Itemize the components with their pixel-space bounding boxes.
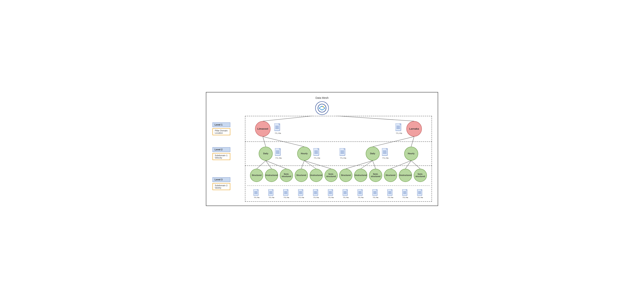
- level1-content: Limassol TTL File: [247, 119, 430, 138]
- l3-ttl3: TTL File: [283, 189, 290, 198]
- node-unstructured1[interactable]: Unstructured: [265, 169, 278, 182]
- node-structured1[interactable]: Structured: [250, 169, 263, 182]
- l3-ttl10: TTL File: [388, 189, 394, 198]
- l2-hourly1-group: Hourly TTL File: [297, 147, 320, 161]
- node-larnaka[interactable]: Larnaka: [406, 121, 422, 136]
- l1-limassol-pair: Limassol TTL File: [255, 121, 281, 136]
- node-structured3[interactable]: Structured: [339, 169, 352, 182]
- l2-ttl3: TTL File: [382, 148, 389, 159]
- level1-label: Level 1: [212, 122, 230, 127]
- ttl-file-icon-6: [382, 148, 389, 157]
- l3-ttl4-label: TTL File: [298, 197, 304, 198]
- l3-ttl1: TTL File: [254, 189, 260, 198]
- level3-labels: Level 3 Subdomain 2: Variety: [212, 177, 230, 190]
- node-unstructured4[interactable]: Unstructured: [399, 169, 412, 182]
- l2-ttl2-label: TTL File: [314, 157, 320, 159]
- l3-ttl9-label: TTL File: [373, 197, 378, 198]
- l3-ttl5-label: TTL File: [313, 197, 319, 198]
- level1-labels: Level 1 Pillar Domain: Location: [212, 122, 230, 135]
- level1-box: Level 1 Pillar Domain: Location Limassol: [245, 116, 432, 142]
- node-semistructured1[interactable]: Semi-structured: [280, 169, 293, 182]
- ttl-file-icon-5: [340, 148, 346, 157]
- l3-ttl8-label: TTL File: [358, 197, 364, 198]
- svg-point-4: [324, 108, 325, 109]
- data-mesh-icon: [318, 104, 326, 113]
- svg-point-5: [323, 106, 324, 107]
- svg-point-3: [319, 108, 320, 109]
- level1-sublabel: Pillar Domain: Location: [212, 128, 230, 135]
- svg-point-2: [322, 109, 322, 110]
- l3-ttl7: TTL File: [343, 189, 349, 198]
- ttl-file-icon-3: [275, 148, 282, 157]
- l2-ttl1: TTL File: [275, 148, 282, 159]
- l2-daily2-group: Daily TTL File: [366, 147, 389, 161]
- svg-point-1: [322, 106, 322, 107]
- l3-ttl5: TTL File: [313, 189, 319, 198]
- l1-ttl2: TTL File: [396, 123, 402, 134]
- node-hourly2[interactable]: Hourly: [404, 147, 418, 161]
- node-semistructured4[interactable]: Semi-structured: [414, 169, 427, 182]
- l3-ttl11: TTL File: [402, 189, 408, 198]
- l3-ttl7-label: TTL File: [343, 197, 349, 198]
- diagram-container: Data Mesh Level 1: [206, 92, 438, 206]
- l3-ttl1-label: TTL File: [254, 197, 260, 198]
- level2-sublabel: Subdomain 1: Velocity: [212, 153, 230, 160]
- node-hourly1[interactable]: Hourly: [297, 147, 311, 161]
- l3-ttl2-label: TTL File: [269, 197, 274, 198]
- l2-ttl2: TTL File: [314, 148, 320, 159]
- ttl-file-icon: [274, 123, 281, 132]
- l1-ttl1: TTL File: [274, 123, 281, 134]
- l1-ttl2-label: TTL File: [396, 132, 402, 134]
- node-unstructured3[interactable]: Unstructured: [354, 169, 367, 182]
- l2-hourly2-group: Hourly: [404, 147, 418, 161]
- l2-daily1-group: Daily TTL File: [259, 147, 282, 161]
- level2-content: Daily TTL File Hourly: [247, 145, 430, 163]
- node-structured4[interactable]: Structured: [384, 169, 397, 182]
- l3-ttl3-label: TTL File: [284, 197, 289, 198]
- l2-ttl-center: TTL File: [340, 148, 346, 159]
- level3-content: Structured Unstructured Semi-structured …: [247, 169, 430, 198]
- ttl-file-icon-4: [314, 148, 320, 157]
- node-semistructured2[interactable]: Semi-structured: [324, 169, 338, 182]
- node-limassol[interactable]: Limassol: [255, 121, 270, 136]
- node-daily2[interactable]: Daily: [366, 147, 380, 161]
- l3-ttl9: TTL File: [372, 189, 379, 198]
- level2-labels: Level 2 Subdomain 1: Velocity: [212, 147, 230, 160]
- l2-ttl3-label: TTL File: [382, 157, 388, 159]
- outer-wrapper: Level 1 Pillar Domain: Location Limassol: [245, 116, 432, 202]
- level3-box: Level 3 Subdomain 2: Variety Structured …: [245, 166, 432, 202]
- level3-sublabel: Subdomain 2: Variety: [212, 183, 230, 190]
- l1-larnaka-pair: TTL File Larnaka: [396, 121, 422, 136]
- level2-box: Level 2 Subdomain 1: Velocity Daily: [245, 141, 432, 166]
- root-area: [210, 101, 434, 116]
- node-structured2[interactable]: Structured: [295, 169, 308, 182]
- l3-ttl6-label: TTL File: [328, 197, 334, 198]
- l3-ttl12-label: TTL File: [418, 197, 423, 198]
- root-node[interactable]: [315, 101, 329, 115]
- l3-ttl4: TTL File: [298, 189, 304, 198]
- l3-ttl10-label: TTL File: [388, 197, 393, 198]
- l2-ttl1-label: TTL File: [275, 157, 282, 159]
- ttl-file-icon-2: [396, 123, 402, 132]
- node-unstructured2[interactable]: Unstructured: [310, 169, 323, 182]
- level3-files-row: TTL File TTL File TTL File TTL File: [247, 189, 430, 198]
- l1-ttl1-label: TTL File: [275, 132, 281, 134]
- l2-ttl-center-label: TTL File: [340, 157, 346, 159]
- node-semistructured3[interactable]: Semi-structured: [369, 169, 382, 182]
- level3-nodes-row: Structured Unstructured Semi-structured …: [247, 169, 430, 182]
- l3-ttl12: TTL File: [417, 189, 424, 198]
- l3-ttl6: TTL File: [328, 189, 334, 198]
- l3-ttl2: TTL File: [268, 189, 274, 198]
- l3-ttl11-label: TTL File: [402, 197, 408, 198]
- node-daily1[interactable]: Daily: [259, 147, 273, 161]
- l3-ttl8: TTL File: [358, 189, 364, 198]
- level3-label: Level 3: [212, 177, 230, 182]
- level2-label: Level 2: [212, 147, 230, 152]
- diagram-title: Data Mesh: [210, 96, 434, 99]
